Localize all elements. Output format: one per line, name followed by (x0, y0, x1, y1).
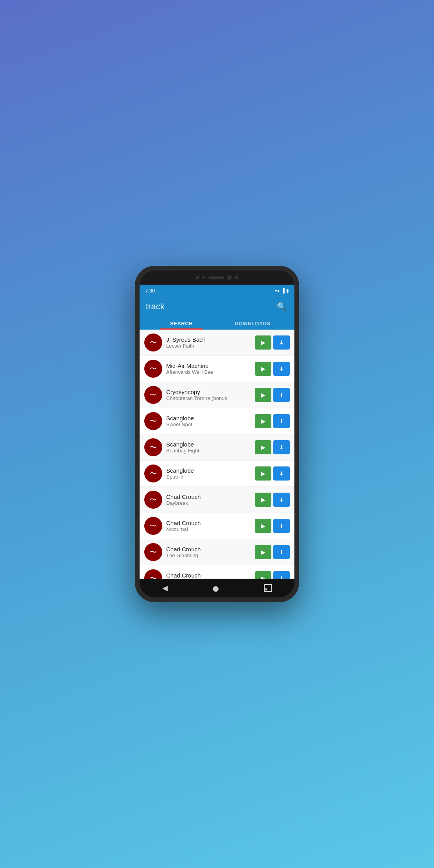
avatar-wave-icon: 〜 (150, 443, 157, 452)
back-button[interactable] (162, 584, 168, 592)
status-time: 7:30 (145, 288, 155, 294)
download-button[interactable] (273, 335, 290, 350)
track-info: Scanglobe Sweet Spot (166, 415, 251, 427)
nav-bar (140, 579, 294, 597)
track-title: Nocturnal (166, 526, 251, 532)
status-icons: ▾▴ ▐ ▮ (275, 288, 289, 293)
track-artist: Mid-Air Machine (166, 362, 251, 369)
tab-search[interactable]: SEARCH (146, 317, 217, 330)
track-item: 〜 Mid-Air Machine Afterwards We'll See (140, 356, 294, 382)
camera-bar (140, 271, 294, 285)
artist-avatar: 〜 (144, 464, 162, 482)
battery-icon: ▮ (286, 288, 289, 293)
phone-screen: 7:30 ▾▴ ▐ ▮ track 🔍 SEARCH DOWNLOADS (140, 271, 294, 597)
track-artist: Scanglobe (166, 415, 251, 421)
track-artist: Scanglobe (166, 467, 251, 474)
play-button[interactable] (255, 362, 271, 376)
download-button[interactable] (273, 545, 290, 559)
camera-dot-right (235, 276, 238, 279)
artist-avatar: 〜 (144, 543, 162, 561)
track-actions (255, 466, 290, 481)
track-title: Afterwards We'll See (166, 369, 251, 375)
download-button[interactable] (273, 414, 290, 428)
track-item: 〜 Chad Crouch The Gloaming (140, 539, 294, 565)
artist-avatar: 〜 (144, 386, 162, 404)
track-actions (255, 362, 290, 376)
artist-avatar: 〜 (144, 517, 162, 535)
track-actions (255, 545, 290, 559)
track-actions (255, 414, 290, 428)
play-button[interactable] (255, 388, 271, 402)
wifi-icon: ▾▴ (275, 288, 280, 293)
avatar-wave-icon: 〜 (150, 495, 157, 504)
home-button[interactable] (213, 584, 219, 592)
play-button[interactable] (255, 414, 271, 428)
track-actions (255, 493, 290, 507)
camera-dot-left (196, 276, 199, 279)
track-info: Cryosyncopy Chiropteran Throne (bonus (166, 389, 251, 401)
play-button[interactable] (255, 545, 271, 559)
speaker (208, 276, 224, 279)
track-info: Chad Crouch Dim (166, 572, 251, 579)
recent-apps-button[interactable] (264, 584, 272, 592)
track-title: The Gloaming (166, 552, 251, 558)
track-artist: Cryosyncopy (166, 389, 251, 395)
track-info: Chad Crouch Nocturnal (166, 520, 251, 532)
download-button[interactable] (273, 440, 290, 454)
download-button[interactable] (273, 519, 290, 533)
track-artist: J. Syreus Bach (166, 336, 251, 343)
header-row: track 🔍 (146, 300, 288, 317)
phone-device: 7:30 ▾▴ ▐ ▮ track 🔍 SEARCH DOWNLOADS (135, 266, 299, 602)
play-button[interactable] (255, 571, 271, 579)
tab-bar: SEARCH DOWNLOADS (146, 317, 288, 330)
track-info: Scanglobe Beanbag Fight (166, 441, 251, 454)
track-artist: Chad Crouch (166, 572, 251, 579)
track-title: Daybreak (166, 500, 251, 506)
app-screen: 7:30 ▾▴ ▐ ▮ track 🔍 SEARCH DOWNLOADS (140, 285, 294, 579)
track-title: Sputnik (166, 474, 251, 480)
avatar-wave-icon: 〜 (150, 364, 157, 373)
track-item: 〜 Chad Crouch Daybreak (140, 487, 294, 513)
download-button[interactable] (273, 571, 290, 579)
download-button[interactable] (273, 388, 290, 402)
avatar-wave-icon: 〜 (150, 390, 157, 400)
play-button[interactable] (255, 466, 271, 481)
track-artist: Chad Crouch (166, 546, 251, 552)
avatar-wave-icon: 〜 (150, 338, 157, 347)
track-item: 〜 Scanglobe Sputnik (140, 461, 294, 486)
track-title: Lesser Faith (166, 343, 251, 349)
track-title: Chiropteran Throne (bonus (166, 395, 251, 401)
app-title: track (146, 301, 165, 312)
camera-dot-2 (202, 276, 205, 279)
track-actions (255, 335, 290, 350)
track-item: 〜 Cryosyncopy Chiropteran Throne (bonus (140, 382, 294, 408)
tab-downloads[interactable]: DOWNLOADS (217, 317, 288, 330)
track-item: 〜 Scanglobe Sweet Spot (140, 408, 294, 434)
avatar-wave-icon: 〜 (150, 416, 157, 426)
track-title: Beanbag Fight (166, 448, 251, 454)
artist-avatar: 〜 (144, 334, 162, 352)
download-button[interactable] (273, 362, 290, 376)
signal-icon: ▐ (281, 288, 285, 293)
play-button[interactable] (255, 519, 271, 533)
track-actions (255, 440, 290, 454)
track-item: 〜 Chad Crouch Dim (140, 565, 294, 579)
play-button[interactable] (255, 493, 271, 507)
artist-avatar: 〜 (144, 412, 162, 430)
track-item: 〜 J. Syreus Bach Lesser Faith (140, 330, 294, 355)
app-header: track 🔍 SEARCH DOWNLOADS (140, 296, 294, 330)
track-title: Sweet Spot (166, 421, 251, 427)
track-actions (255, 571, 290, 579)
track-actions (255, 388, 290, 402)
track-info: Chad Crouch The Gloaming (166, 546, 251, 558)
track-info: Chad Crouch Daybreak (166, 493, 251, 506)
download-button[interactable] (273, 493, 290, 507)
status-bar: 7:30 ▾▴ ▐ ▮ (140, 285, 294, 296)
download-button[interactable] (273, 466, 290, 481)
artist-avatar: 〜 (144, 360, 162, 378)
artist-avatar: 〜 (144, 569, 162, 579)
search-icon-button[interactable]: 🔍 (275, 300, 288, 313)
play-button[interactable] (255, 440, 271, 454)
play-button[interactable] (255, 335, 271, 350)
avatar-wave-icon: 〜 (150, 574, 157, 579)
